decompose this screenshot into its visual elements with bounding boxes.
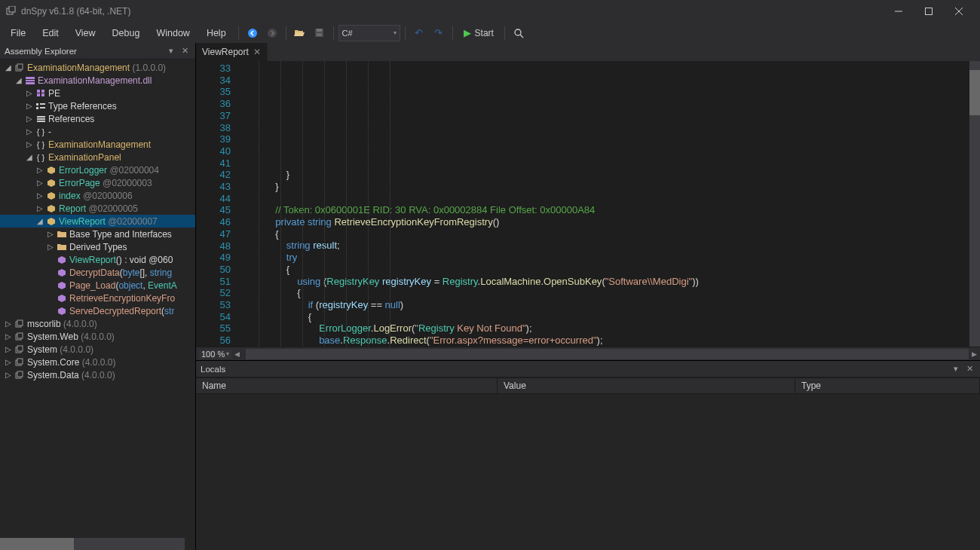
editor-hscrollbar[interactable] <box>246 349 969 359</box>
tree-node-method-retrieve[interactable]: RetrieveEncryptionKeyFro <box>0 292 195 304</box>
namespace-icon: { } <box>35 153 47 162</box>
namespace-icon: { } <box>35 127 47 136</box>
panel-dropdown-icon[interactable]: ▾ <box>165 46 177 56</box>
open-button[interactable] <box>291 25 309 41</box>
class-icon <box>45 166 57 175</box>
col-type[interactable]: Type <box>795 378 980 393</box>
close-button[interactable] <box>944 0 974 23</box>
tree-node-method-serve[interactable]: ServeDecryptedReport(str <box>0 304 195 317</box>
svg-rect-16 <box>26 80 35 81</box>
class-icon <box>45 204 57 213</box>
menu-window[interactable]: Window <box>149 25 197 41</box>
svg-rect-27 <box>37 118 45 120</box>
svg-line-12 <box>520 35 523 38</box>
svg-rect-21 <box>41 93 44 96</box>
panel-close-icon[interactable]: ✕ <box>963 364 975 374</box>
editor-statusbar: 100 %▾ ◀ ▶ <box>196 347 980 360</box>
folder-icon <box>56 243 68 251</box>
assembly-icon <box>14 371 26 380</box>
locals-header[interactable]: Locals ▾ ✕ <box>196 361 980 377</box>
svg-point-6 <box>248 29 257 38</box>
tree-node-ns1[interactable]: ▷{ }ExaminationManagement <box>0 138 195 151</box>
tree-node-method-decrypt[interactable]: DecryptData(byte[], (byte[], stringstrin… <box>0 266 195 279</box>
maximize-button[interactable] <box>914 0 944 23</box>
tab-viewreport[interactable]: ViewReport ✕ <box>196 43 268 61</box>
minimize-button[interactable] <box>884 0 914 23</box>
tree-node-mscorlib[interactable]: ▷mscorlib (4.0.0.0) <box>0 317 195 330</box>
method-icon <box>56 268 68 277</box>
menu-view[interactable]: View <box>68 25 103 41</box>
menu-edit[interactable]: Edit <box>35 25 66 41</box>
svg-rect-24 <box>36 107 38 109</box>
assembly-explorer-header[interactable]: Assembly Explorer ▾ ✕ <box>0 43 195 60</box>
class-icon <box>45 217 57 226</box>
locals-panel: Locals ▾ ✕ Name Value Type <box>196 360 980 550</box>
assembly-icon <box>14 345 26 354</box>
undo-button[interactable]: ↶ <box>410 25 428 41</box>
tree-node-system[interactable]: ▷System (4.0.0.0) <box>0 343 195 356</box>
tree-node-pe[interactable]: ▷PE <box>0 87 195 99</box>
col-name[interactable]: Name <box>196 378 498 393</box>
tree-hscrollbar[interactable] <box>0 538 185 550</box>
menu-help[interactable]: Help <box>199 25 234 41</box>
hscroll-left-icon[interactable]: ◀ <box>234 350 240 358</box>
tree-node-derived-types[interactable]: ▷Derived Types <box>0 240 195 253</box>
language-combo[interactable]: C#▾ <box>338 25 400 41</box>
panel-close-icon[interactable]: ✕ <box>179 46 191 56</box>
method-icon <box>56 281 68 290</box>
tree-node-systemweb[interactable]: ▷System.Web (4.0.0.0) <box>0 330 195 343</box>
start-debug-button[interactable]: ▶Start <box>458 26 500 40</box>
hscroll-right-icon[interactable]: ▶ <box>972 350 977 358</box>
line-gutter: 3334353637383940414243444546474849505152… <box>196 61 238 347</box>
save-button[interactable] <box>311 25 329 41</box>
tree-node-refs[interactable]: ▷References <box>0 112 195 125</box>
method-icon <box>56 255 68 264</box>
tree-node-blank-ns[interactable]: ▷{ }- <box>0 125 195 138</box>
tree-node-method-ctor[interactable]: ViewReport() : void @060 <box>0 253 195 266</box>
tree-node-class-viewreport[interactable]: ◢ViewReport @02000007 <box>0 215 195 228</box>
namespace-icon: { } <box>35 140 47 149</box>
tree-node-class-report[interactable]: ▷Report @02000005 <box>0 202 195 215</box>
code-body[interactable]: } } // Token: 0x0600001E RID: 30 RVA: 0x… <box>238 61 969 347</box>
svg-rect-30 <box>17 320 23 325</box>
svg-rect-38 <box>17 371 23 377</box>
tree-node-ns2[interactable]: ◢{ }ExaminationPanel <box>0 151 195 163</box>
tree-node-module[interactable]: ◢ExaminationManagement.dll <box>0 74 195 87</box>
nav-forward-button[interactable] <box>263 25 281 41</box>
code-editor[interactable]: 3334353637383940414243444546474849505152… <box>196 61 980 347</box>
tree-node-class-index[interactable]: ▷index @02000006 <box>0 189 195 202</box>
svg-rect-23 <box>40 103 45 105</box>
col-value[interactable]: Value <box>498 378 795 393</box>
svg-rect-3 <box>926 8 933 15</box>
tree-node-assembly[interactable]: ◢ExaminationManagement (1.0.0.0) <box>0 61 195 74</box>
tree-node-class-errorpage[interactable]: ▷ErrorPage @02000003 <box>0 176 195 189</box>
svg-rect-34 <box>17 346 23 351</box>
nav-back-button[interactable] <box>243 25 262 41</box>
assembly-tree[interactable]: ◢ExaminationManagement (1.0.0.0) ◢Examin… <box>0 60 195 538</box>
editor-vscrollbar[interactable] <box>969 61 980 347</box>
titlebar: dnSpy v6.1.8 (64-bit, .NET) <box>0 0 980 23</box>
search-button[interactable] <box>510 25 528 41</box>
tree-node-typerefs[interactable]: ▷Type References <box>0 99 195 112</box>
assembly-icon <box>14 358 26 367</box>
menu-file[interactable]: File <box>3 25 33 41</box>
tree-node-class-errorlogger[interactable]: ▷ErrorLogger @02000004 <box>0 163 195 176</box>
svg-rect-1 <box>9 6 15 12</box>
editor-tabstrip: ViewReport ✕ <box>196 43 980 61</box>
redo-button[interactable]: ↷ <box>430 25 448 41</box>
assembly-icon <box>14 63 26 72</box>
tree-node-method-pageload[interactable]: Page_Load(object, EventA <box>0 279 195 292</box>
svg-point-11 <box>515 29 521 35</box>
svg-rect-19 <box>41 90 44 93</box>
zoom-combo[interactable]: 100 %▾ <box>199 350 231 359</box>
tree-node-systemcore[interactable]: ▷System.Core (4.0.0.0) <box>0 356 195 368</box>
menu-debug[interactable]: Debug <box>105 25 148 41</box>
svg-rect-25 <box>40 107 45 108</box>
tree-node-base-types[interactable]: ▷Base Type and Interfaces <box>0 228 195 240</box>
tree-node-systemdata[interactable]: ▷System.Data (4.0.0.0) <box>0 368 195 381</box>
locals-columns: Name Value Type <box>196 377 980 394</box>
tab-close-icon[interactable]: ✕ <box>253 47 261 57</box>
svg-rect-20 <box>37 93 40 96</box>
svg-rect-17 <box>26 82 35 84</box>
panel-dropdown-icon[interactable]: ▾ <box>950 364 962 374</box>
